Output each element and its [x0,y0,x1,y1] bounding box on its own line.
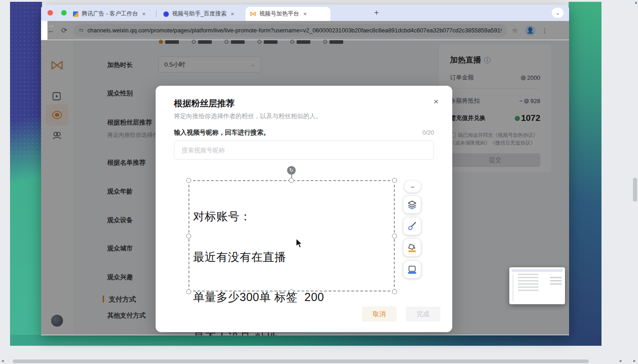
resize-handle-e[interactable] [392,234,397,239]
baidu-favicon [163,11,169,17]
fill-button[interactable] [403,239,421,256]
pip-panel [550,275,562,285]
laptop-icon [407,264,418,275]
screen-preview-thumbnail[interactable] [509,267,565,304]
resize-handle-se[interactable] [392,289,397,294]
resize-handle-ne[interactable] [392,178,397,183]
window-zoom-button[interactable] [61,10,67,16]
tab-separator [156,10,157,17]
scroll-right-icon[interactable]: ▸ [620,359,622,363]
screen-button[interactable] [403,261,421,278]
vertical-scrollbar[interactable] [633,178,637,202]
annotation-text[interactable]: 对标账号： 最近有没有在直播 单量多少300单 标签 200 是否人设号 粘性 … [193,183,324,335]
window-close-button[interactable] [47,10,53,16]
tab-label: 视频号助手_百度搜索 [172,10,226,18]
tab-close-icon[interactable]: × [141,10,147,17]
tab-channels-platform[interactable]: 视频号加热平台 × [246,7,330,21]
wallpaper-right [569,2,601,346]
resize-handle-n[interactable] [289,178,294,183]
collapse-tools-button[interactable]: − [404,181,421,192]
brush-button[interactable] [403,218,421,235]
page-content: 加热时长 0.5小时 ⌄ 观众性别 根据粉丝层推荐 将定向推给你选择作者 根据名… [41,40,569,335]
tab-close-icon[interactable]: × [230,10,235,17]
wallpaper-left [10,2,42,346]
resize-handle-nw[interactable] [186,178,191,183]
browser-window: 腾讯广告 - 客户工作台 × 视频号助手_百度搜索 × 视频号加热平台 × + … [41,5,569,335]
close-icon[interactable]: × [434,97,439,107]
new-tab-button[interactable]: + [374,8,379,17]
selection-counter: 0/20 [423,129,434,136]
cancel-button[interactable]: 取消 [362,307,397,322]
pip-sidebar [512,275,514,301]
tab-tencent-ads[interactable]: 腾讯广告 - 客户工作台 × [68,7,153,21]
tab-baidu-search[interactable]: 视频号助手_百度搜索 × [159,7,244,21]
forward-icon[interactable]: → [47,21,569,40]
horizontal-scrollbar[interactable] [13,359,589,363]
done-button[interactable]: 完成 [406,307,440,322]
wallpaper-bottom [10,335,601,346]
tab-search-chevron-icon[interactable]: ⌄ [552,8,564,18]
resize-handle-w[interactable] [186,234,191,239]
tab-close-icon[interactable]: × [303,10,308,17]
nickname-search-input[interactable] [174,140,434,160]
tencent-ads-favicon [73,11,78,17]
scroll-up-icon[interactable]: ▴ [635,0,637,5]
paint-bucket-icon [407,242,418,253]
brush-icon [407,221,418,232]
tab-label: 腾讯广告 - 客户工作台 [82,10,138,18]
scroll-right-icon-2[interactable]: ▸ [633,359,636,363]
modal-title: 根据粉丝层推荐 [174,98,235,109]
modal-subtitle: 将定向推给你选择作者的粉丝，以及与粉丝相似的人。 [174,112,322,120]
channels-favicon [250,11,256,16]
resize-handle-sw[interactable] [186,289,191,294]
tab-label: 视频号加热平台 [259,10,299,18]
pip-titlebar [512,269,563,272]
search-instruction: 输入视频号昵称，回车进行搜索。 [174,129,270,137]
layers-icon [407,199,418,210]
scroll-left-icon[interactable]: ◂ [1,359,4,363]
window-minimize-button[interactable] [54,10,60,16]
tab-strip: 腾讯广告 - 客户工作台 × 视频号助手_百度搜索 × 视频号加热平台 × + … [41,5,569,21]
rotate-handle-icon[interactable]: ↻ [287,166,296,175]
layers-button[interactable] [403,196,421,213]
mouse-cursor-icon [296,238,303,249]
